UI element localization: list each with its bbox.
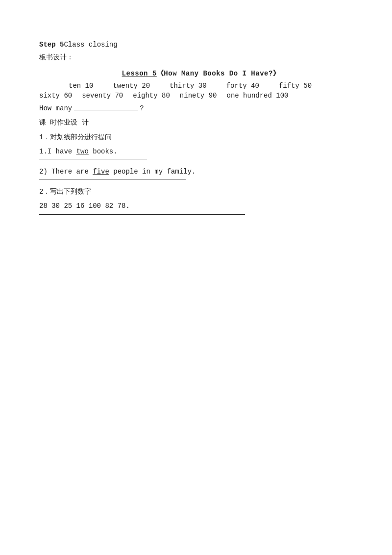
num-hundred: one hundred 100: [226, 92, 288, 100]
numbers-list: 28 30 25 16 100 82 78.: [39, 201, 363, 211]
answer-line1: [39, 159, 147, 159]
num-forty: forty 40: [226, 82, 259, 90]
num-ninety: ninety 90: [180, 92, 217, 100]
num-ten: ten 10: [69, 82, 93, 90]
answer-line2: [39, 179, 186, 179]
num-sixty: sixty 60: [39, 92, 72, 100]
how-many-suffix: ?: [140, 104, 144, 112]
answer-line3: [39, 214, 245, 215]
how-many-prefix: How many: [39, 104, 72, 112]
class-closing: Class closing: [64, 41, 117, 49]
sentence1: 1.I have two books.: [39, 146, 363, 157]
lesson-title: Lesson 5《How Many Books Do I Have?》: [39, 69, 363, 78]
num-thirty: thirty 30: [170, 82, 207, 90]
step-label: Step 5: [39, 41, 64, 49]
board-label: 板书设计：: [39, 52, 363, 63]
num-eighty: eighty 80: [133, 92, 170, 100]
numbers-row2: sixty 60 seventy 70 eighty 80 ninety 90 …: [39, 92, 363, 100]
numbers-row1: ten 10 twenty 20 thirty 30 forty 40 fift…: [39, 82, 363, 90]
lesson-subtitle: 《How Many Books Do I Have?》: [157, 70, 280, 77]
num-seventy: seventy 70: [82, 92, 123, 100]
num-fifty: fifty 50: [279, 82, 312, 90]
section2-label: 2．写出下列数字: [39, 186, 363, 197]
how-many-line: How many ?: [39, 102, 363, 112]
how-many-blank: [74, 102, 138, 110]
section1-label: 1．对划线部分进行提问: [39, 132, 363, 143]
homework-title: 课 时作业设 计: [39, 117, 363, 128]
step-line: Step 5Class closing: [39, 39, 363, 50]
sentence2: 2) There are five people in my family.: [39, 166, 363, 177]
num-twenty: twenty 20: [113, 82, 150, 90]
